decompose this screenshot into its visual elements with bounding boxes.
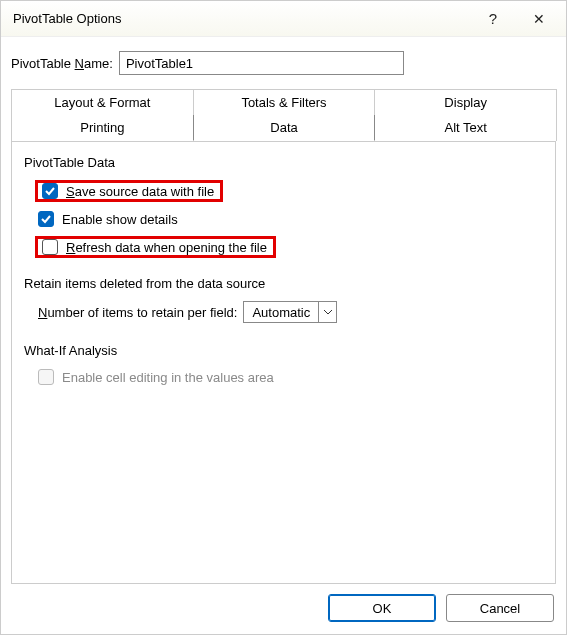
pivottable-name-input[interactable] (119, 51, 404, 75)
refresh-on-open-highlight: Refresh data when opening the file (35, 236, 276, 258)
tab-printing[interactable]: Printing (11, 115, 194, 141)
dialog-title: PivotTable Options (13, 11, 470, 26)
cancel-button[interactable]: Cancel (446, 594, 554, 622)
retain-items-row: Number of items to retain per field: Aut… (38, 299, 547, 325)
enable-show-details-checkbox[interactable] (38, 211, 54, 227)
save-source-data-checkbox[interactable] (42, 183, 58, 199)
pivottable-options-dialog: PivotTable Options ? ✕ PivotTable Name: … (0, 0, 567, 635)
enable-cell-editing-label: Enable cell editing in the values area (62, 370, 274, 385)
tab-data[interactable]: Data (193, 115, 376, 141)
check-icon (40, 213, 52, 225)
dialog-content: PivotTable Name: Layout & Format Totals … (1, 37, 566, 584)
section-pivottable-data: PivotTable Data (24, 155, 547, 170)
tab-layout-format[interactable]: Layout & Format (11, 89, 194, 115)
tab-alt-text[interactable]: Alt Text (374, 115, 557, 141)
retain-items-value: Automatic (244, 302, 318, 322)
save-source-data-label: Save source data with file (66, 184, 214, 199)
section-retain-items: Retain items deleted from the data sourc… (24, 276, 547, 291)
tab-display[interactable]: Display (374, 89, 557, 115)
check-icon (44, 185, 56, 197)
tab-strip: Layout & Format Totals & Filters Display… (11, 89, 556, 142)
retain-items-label: Number of items to retain per field: (38, 305, 237, 320)
pivottable-name-row: PivotTable Name: (11, 51, 556, 75)
enable-cell-editing-row: Enable cell editing in the values area (38, 366, 547, 388)
enable-show-details-label: Enable show details (62, 212, 178, 227)
enable-show-details-row: Enable show details (38, 208, 547, 230)
help-button[interactable]: ? (470, 3, 516, 35)
section-what-if: What-If Analysis (24, 343, 547, 358)
enable-cell-editing-checkbox (38, 369, 54, 385)
dialog-footer: OK Cancel (1, 584, 566, 634)
pivottable-name-label: PivotTable Name: (11, 56, 113, 71)
ok-button[interactable]: OK (328, 594, 436, 622)
tab-totals-filters[interactable]: Totals & Filters (193, 89, 376, 115)
save-source-data-highlight: Save source data with file (35, 180, 223, 202)
retain-items-combobox[interactable]: Automatic (243, 301, 337, 323)
refresh-on-open-checkbox[interactable] (42, 239, 58, 255)
refresh-on-open-label: Refresh data when opening the file (66, 240, 267, 255)
chevron-down-icon[interactable] (318, 302, 336, 322)
close-button[interactable]: ✕ (516, 3, 562, 35)
titlebar: PivotTable Options ? ✕ (1, 1, 566, 37)
tab-panel-data: PivotTable Data Save source data with fi… (11, 141, 556, 584)
